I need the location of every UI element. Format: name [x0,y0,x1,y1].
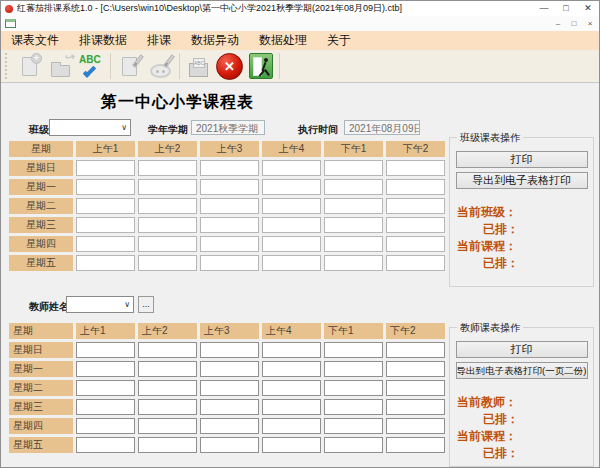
schedule-cell[interactable] [386,160,445,176]
schedule-cell[interactable] [386,236,445,252]
teacher-browse-button[interactable]: ... [138,296,154,313]
schedule-cell[interactable] [138,380,197,396]
schedule-cell[interactable] [324,255,383,271]
class-status-block: 当前班级： 已排： 当前课程： 已排： [450,204,593,272]
schedule-cell[interactable] [76,399,135,415]
schedule-cell[interactable] [324,342,383,358]
schedule-cell[interactable] [138,361,197,377]
abc-check-icon[interactable]: ABC [76,51,107,82]
schedule-cell[interactable] [324,380,383,396]
schedule-cell[interactable] [262,342,321,358]
schedule-cell[interactable] [200,342,259,358]
term-field[interactable]: 2021秋季学期 [191,120,265,135]
schedule-cell[interactable] [324,361,383,377]
schedule-cell[interactable] [324,160,383,176]
schedule-cell[interactable] [262,236,321,252]
schedule-cell[interactable] [200,399,259,415]
schedule-cell[interactable] [262,198,321,214]
close-file-icon[interactable]: ✕ [214,51,245,82]
schedule-cell[interactable] [386,361,445,377]
schedule-cell[interactable] [386,342,445,358]
teacher-export-button[interactable]: 导出到电子表格打印(一页二份) [456,362,588,379]
schedule-cell[interactable] [200,380,259,396]
minimize-button[interactable]: — [533,1,555,16]
schedule-cell[interactable] [386,399,445,415]
menu-data-process[interactable]: 数据处理 [253,31,313,50]
class-print-button[interactable]: 打印 [456,151,588,168]
schedule-cell[interactable] [76,179,135,195]
schedule-cell[interactable] [262,160,321,176]
mdi-restore-button[interactable]: □ [569,19,579,28]
schedule-cell[interactable] [262,380,321,396]
teacher-name-label: 教师姓名 [29,300,69,314]
schedule-cell[interactable] [386,437,445,453]
menu-file[interactable]: 课表文件 [5,31,65,50]
schedule-cell[interactable] [262,217,321,233]
schedule-cell[interactable] [324,437,383,453]
schedule-cell[interactable] [200,179,259,195]
close-button[interactable]: ✕ [577,1,599,16]
schedule-cell[interactable] [262,437,321,453]
schedule-cell[interactable] [138,217,197,233]
schedule-cell[interactable] [138,198,197,214]
teacher-select[interactable] [66,296,134,313]
schedule-cell[interactable] [324,399,383,415]
schedule-cell[interactable] [386,217,445,233]
app-window: 红蕃茄排课系统1.0 - [C:\Users\win10\Desktop\第一中… [0,0,600,468]
mdi-close-button[interactable]: × [585,19,595,28]
schedule-cell[interactable] [200,437,259,453]
schedule-cell[interactable] [138,418,197,434]
menu-data-change[interactable]: 数据异动 [185,31,245,50]
schedule-cell[interactable] [200,361,259,377]
class-select[interactable] [49,119,131,136]
schedule-cell[interactable] [138,255,197,271]
menu-schedule[interactable]: 排课 [141,31,177,50]
schedule-cell[interactable] [200,418,259,434]
schedule-cell[interactable] [200,217,259,233]
schedule-column-header: 上午4 [262,323,321,339]
schedule-cell[interactable] [76,418,135,434]
schedule-cell[interactable] [386,179,445,195]
schedule-cell[interactable] [76,255,135,271]
schedule-cell[interactable] [262,418,321,434]
schedule-cell[interactable] [386,255,445,271]
schedule-cell[interactable] [324,217,383,233]
schedule-cell[interactable] [200,255,259,271]
schedule-cell[interactable] [76,160,135,176]
schedule-cell[interactable] [200,236,259,252]
schedule-cell[interactable] [138,437,197,453]
menu-schedule-data[interactable]: 排课数据 [73,31,133,50]
schedule-cell[interactable] [324,418,383,434]
schedule-cell[interactable] [76,437,135,453]
exec-time-field[interactable]: 2021年08月09日 [344,120,420,135]
schedule-cell[interactable] [386,198,445,214]
schedule-cell[interactable] [324,198,383,214]
schedule-cell[interactable] [76,198,135,214]
schedule-cell[interactable] [324,179,383,195]
schedule-cell[interactable] [76,236,135,252]
schedule-cell[interactable] [262,255,321,271]
schedule-cell[interactable] [262,179,321,195]
schedule-cell[interactable] [76,361,135,377]
schedule-cell[interactable] [386,418,445,434]
schedule-cell[interactable] [138,160,197,176]
exit-icon[interactable] [245,51,276,82]
schedule-cell[interactable] [262,399,321,415]
schedule-cell[interactable] [324,236,383,252]
schedule-cell[interactable] [200,198,259,214]
schedule-cell[interactable] [138,179,197,195]
mdi-minimize-button[interactable]: – [553,19,563,28]
schedule-cell[interactable] [138,342,197,358]
schedule-cell[interactable] [76,380,135,396]
schedule-cell[interactable] [138,236,197,252]
schedule-cell[interactable] [386,380,445,396]
class-export-button[interactable]: 导出到电子表格打印 [456,172,588,189]
schedule-cell[interactable] [200,160,259,176]
teacher-print-button[interactable]: 打印 [456,341,588,358]
schedule-cell[interactable] [76,217,135,233]
schedule-cell[interactable] [76,342,135,358]
maximize-button[interactable]: □ [555,1,577,16]
schedule-cell[interactable] [262,361,321,377]
schedule-cell[interactable] [138,399,197,415]
menu-about[interactable]: 关于 [321,31,357,50]
